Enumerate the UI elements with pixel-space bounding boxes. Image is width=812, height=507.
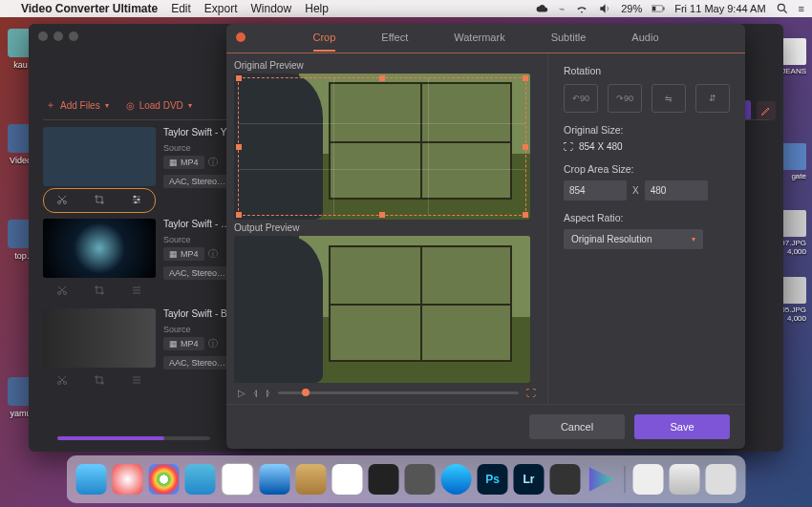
progress-bar xyxy=(57,436,210,440)
item-tools xyxy=(43,188,156,213)
main-toolbar: ＋Add Files▾ ◎Load DVD▾ xyxy=(46,98,192,112)
aspect-ratio-select[interactable]: Original Resolution▾ xyxy=(564,229,703,249)
sliders-icon[interactable] xyxy=(131,374,142,388)
info-icon[interactable]: ⓘ xyxy=(208,247,218,261)
wifi-icon[interactable] xyxy=(575,2,588,15)
tab-crop[interactable]: Crop xyxy=(313,25,336,52)
load-dvd-button[interactable]: ◎Load DVD▾ xyxy=(126,100,192,111)
list-item[interactable]: Taylor Swift - Y… Source ▦ MP4ⓘ AAC, Ste… xyxy=(43,127,248,213)
fullscreen-icon[interactable]: ⛶ xyxy=(526,388,536,398)
list-item[interactable]: Taylor Swift - … Source ▦ MP4ⓘ AAC, Ster… xyxy=(43,219,248,303)
edit-output-icon[interactable] xyxy=(757,101,776,120)
cut-icon[interactable] xyxy=(56,285,68,298)
thumbnail[interactable] xyxy=(43,127,156,186)
item-tools xyxy=(43,370,156,392)
cut-icon[interactable] xyxy=(56,194,68,207)
tab-subtitle[interactable]: Subtitle xyxy=(551,25,587,52)
add-files-button[interactable]: ＋Add Files▾ xyxy=(46,98,109,112)
svg-point-3 xyxy=(778,4,784,11)
cancel-button[interactable]: Cancel xyxy=(529,414,625,439)
volume-icon[interactable] xyxy=(598,2,611,15)
expand-icon: ⛶ xyxy=(564,141,573,152)
tab-watermark[interactable]: Watermark xyxy=(454,25,504,52)
dock-terminal[interactable] xyxy=(369,464,399,495)
crop-icon[interactable] xyxy=(94,194,105,207)
editor-tabs: Crop Effect Watermark Subtitle Audio xyxy=(226,25,745,52)
chevron-down-icon: ▾ xyxy=(692,235,695,243)
tab-effect[interactable]: Effect xyxy=(381,25,408,52)
info-icon[interactable]: ⓘ xyxy=(208,156,218,169)
battery-icon[interactable] xyxy=(652,2,665,15)
dock-mail[interactable] xyxy=(260,464,290,495)
thumbnail[interactable] xyxy=(43,219,156,278)
prev-frame-icon[interactable]: ⦉ xyxy=(253,388,258,398)
menu-export[interactable]: Export xyxy=(204,2,238,15)
rotate-left-icon[interactable]: ↶90 xyxy=(564,84,598,113)
menu-help[interactable]: Help xyxy=(305,2,329,15)
thumbnail[interactable] xyxy=(43,308,156,368)
crop-icon[interactable] xyxy=(94,285,105,298)
dock-contacts[interactable] xyxy=(296,464,327,495)
close-icon[interactable] xyxy=(236,32,246,42)
crop-height-input[interactable] xyxy=(645,180,708,201)
original-size-value: 854 X 480 xyxy=(579,141,623,152)
dock-settings[interactable] xyxy=(405,464,436,495)
dock-trash[interactable] xyxy=(706,464,737,495)
next-frame-icon[interactable]: ⦊ xyxy=(266,388,270,398)
dock-lightroom[interactable]: Lr xyxy=(514,464,545,495)
dock-app[interactable] xyxy=(113,464,143,495)
rotation-label: Rotation xyxy=(564,65,730,76)
format-chip[interactable]: ▦ MP4 xyxy=(163,337,204,350)
format-chip[interactable]: ▦ MP4 xyxy=(163,247,204,261)
crop-area-label: Crop Area Size: xyxy=(564,163,730,175)
battery-percent: 29% xyxy=(621,3,642,14)
dock-downloads[interactable] xyxy=(670,464,700,495)
crop-width-input[interactable] xyxy=(564,180,627,201)
svg-rect-2 xyxy=(664,7,665,10)
flip-horizontal-icon[interactable]: ⇋ xyxy=(652,84,686,113)
audio-chip[interactable]: AAC, Stereo… xyxy=(163,356,231,370)
menu-edit[interactable]: Edit xyxy=(171,2,191,15)
list-item[interactable]: Taylor Swift - B… Source ▦ MP4ⓘ AAC, Ste… xyxy=(43,308,248,392)
menu-window[interactable]: Window xyxy=(251,2,292,15)
search-icon[interactable] xyxy=(776,2,789,15)
dock-calendar[interactable] xyxy=(222,463,254,496)
dock-chrome[interactable] xyxy=(149,464,180,495)
audio-chip[interactable]: AAC, Stereo… xyxy=(163,175,231,188)
svg-point-8 xyxy=(135,201,137,203)
sliders-icon[interactable] xyxy=(131,285,142,298)
tab-audio[interactable]: Audio xyxy=(631,25,658,52)
window-controls[interactable] xyxy=(38,32,78,41)
info-icon[interactable]: ⓘ xyxy=(208,337,218,350)
clock[interactable]: Fri 11 May 9:44 AM xyxy=(674,3,765,14)
audio-chip[interactable]: AAC, Stereo… xyxy=(163,266,231,280)
save-button[interactable]: Save xyxy=(634,414,730,439)
svg-rect-1 xyxy=(652,7,655,11)
bluetooth-icon[interactable]: ⌁ xyxy=(559,3,566,15)
mac-menubar: Video Converter Ultimate Edit Export Win… xyxy=(0,0,812,17)
dock-finder[interactable] xyxy=(76,464,107,495)
dock-safari[interactable] xyxy=(185,464,216,495)
sliders-icon[interactable] xyxy=(131,194,142,207)
cut-icon[interactable] xyxy=(56,374,68,388)
dock-app[interactable] xyxy=(633,464,664,495)
dock-video-converter[interactable] xyxy=(587,464,617,495)
seek-track[interactable] xyxy=(278,391,519,394)
dock-app[interactable] xyxy=(550,464,581,495)
flip-vertical-icon[interactable]: ⇵ xyxy=(695,84,730,113)
player-bar: ▷ ⦉ ⦊ ⛶ xyxy=(234,383,540,404)
dock-notes[interactable] xyxy=(332,464,363,495)
play-icon[interactable]: ▷ xyxy=(238,388,246,398)
editor-panel: Crop Effect Watermark Subtitle Audio Ori… xyxy=(226,24,745,449)
dock-appstore[interactable] xyxy=(441,464,472,495)
app-name[interactable]: Video Converter Ultimate xyxy=(21,2,158,15)
format-chip[interactable]: ▦ MP4 xyxy=(163,156,204,169)
crop-icon[interactable] xyxy=(94,374,105,388)
notification-icon[interactable]: ≡ xyxy=(799,3,804,14)
rotate-right-icon[interactable]: ↷90 xyxy=(608,84,642,113)
crop-settings: Rotation ↶90 ↷90 ⇋ ⇵ Original Size: ⛶854… xyxy=(547,53,745,404)
original-preview[interactable] xyxy=(234,74,530,220)
cloud-icon[interactable] xyxy=(536,2,549,15)
dock-photoshop[interactable]: Ps xyxy=(478,464,508,495)
crop-box[interactable] xyxy=(238,77,526,216)
